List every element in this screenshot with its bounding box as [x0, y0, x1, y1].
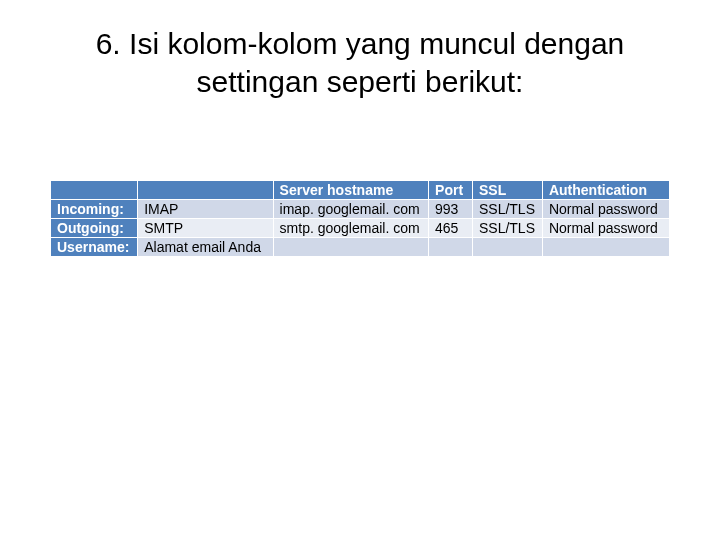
slide-title: 6. Isi kolom-kolom yang muncul dengan se…: [50, 25, 670, 100]
incoming-protocol: IMAP: [138, 200, 273, 219]
label-incoming: Incoming:: [51, 200, 138, 219]
incoming-ssl: SSL/TLS: [472, 200, 542, 219]
header-empty-2: [138, 181, 273, 200]
outgoing-port: 465: [429, 219, 473, 238]
slide: 6. Isi kolom-kolom yang muncul dengan se…: [0, 0, 720, 540]
username-empty-4: [542, 238, 669, 257]
outgoing-ssl: SSL/TLS: [472, 219, 542, 238]
outgoing-protocol: SMTP: [138, 219, 273, 238]
label-outgoing: Outgoing:: [51, 219, 138, 238]
row-username: Username: Alamat email Anda: [51, 238, 670, 257]
settings-table: Server hostname Port SSL Authentication …: [50, 180, 670, 257]
incoming-auth: Normal password: [542, 200, 669, 219]
header-port: Port: [429, 181, 473, 200]
incoming-port: 993: [429, 200, 473, 219]
header-empty-1: [51, 181, 138, 200]
row-incoming: Incoming: IMAP imap. googlemail. com 993…: [51, 200, 670, 219]
username-value: Alamat email Anda: [138, 238, 273, 257]
table-header-row: Server hostname Port SSL Authentication: [51, 181, 670, 200]
outgoing-auth: Normal password: [542, 219, 669, 238]
username-empty-3: [472, 238, 542, 257]
header-server-hostname: Server hostname: [273, 181, 428, 200]
header-auth: Authentication: [542, 181, 669, 200]
header-ssl: SSL: [472, 181, 542, 200]
outgoing-hostname: smtp. googlemail. com: [273, 219, 428, 238]
username-empty-1: [273, 238, 428, 257]
incoming-hostname: imap. googlemail. com: [273, 200, 428, 219]
username-empty-2: [429, 238, 473, 257]
label-username: Username:: [51, 238, 138, 257]
row-outgoing: Outgoing: SMTP smtp. googlemail. com 465…: [51, 219, 670, 238]
